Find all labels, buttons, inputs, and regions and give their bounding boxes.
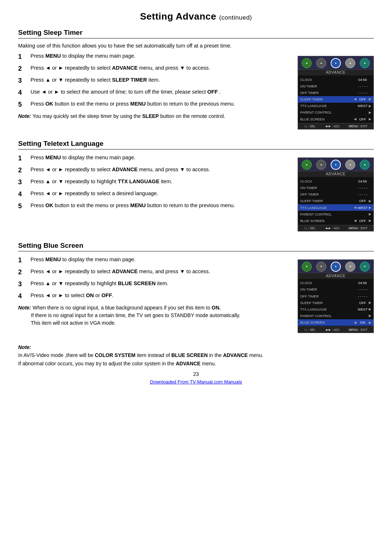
- row-label-0: CLOCK: [300, 178, 354, 184]
- tv-menu-footer: ↑↓ : SEL ◄► : ADJ MENU : EXIT: [298, 123, 373, 129]
- row-value-1: - - - - -: [357, 83, 368, 89]
- bottom-note: Note: In AV/S-Video mode ,there will be …: [18, 343, 374, 368]
- footer-item-1: ◄► : ADJ: [325, 328, 339, 332]
- menu-row-0: CLOCK ◀ 04:56 ▶: [298, 178, 373, 184]
- step-num-1-1: 2: [18, 165, 28, 175]
- row-label-2: OFF TIMER: [300, 90, 354, 95]
- row-value-2: - - - - -: [357, 192, 368, 197]
- footer-item-0: ↑↓ : SEL: [304, 124, 316, 128]
- step-text-0-2: Press ▲ or ▼ repeatedly to select SLEEP …: [30, 76, 290, 84]
- tv-menu-header: ADVANCE: [298, 273, 373, 279]
- step-0-1: 2 Press ◄ or ► repeatedly to select ADVA…: [18, 64, 290, 74]
- step-1-4: 5 Press OK button to exit the menu or pr…: [18, 202, 290, 211]
- row-value-4: WEST: [357, 103, 368, 108]
- step-2-2: 3 Press ▲ or ▼ repeatedly to highlight B…: [18, 280, 290, 289]
- row-value-6: OFF: [357, 116, 368, 122]
- step-num-2-1: 2: [18, 267, 28, 277]
- bottom-note-line1: In AV/S-Video mode ,there will be COLOR …: [18, 352, 263, 358]
- menu-row-3: SLEEP TIMER ◀ OFF ▶: [298, 96, 373, 103]
- bottom-note-label: Note:: [18, 344, 31, 350]
- row-value-3: OFF: [357, 198, 368, 204]
- row-label-6: BLUE SCREEN: [300, 218, 354, 223]
- row-label-6: BLUE SCREEN: [300, 320, 354, 325]
- menu-row-0: CLOCK ◀ 04:56 ▶: [298, 76, 373, 83]
- footer-item-1: ◄► : ADJ: [325, 226, 339, 230]
- row-value-1: - - - - -: [357, 287, 368, 292]
- tv-icon-0: •: [302, 262, 312, 272]
- row-label-0: CLOCK: [300, 77, 354, 82]
- tv-menu-rows: CLOCK ◀ 04:56 ▶ ON TIMER ◀ - - - - - ▶ O…: [298, 279, 373, 327]
- footer-item-2: MENU : EXIT: [348, 124, 367, 128]
- step-1-3: 4 Press ◄ or ► repeatedly to select a de…: [18, 190, 290, 199]
- steps-2: 1 Press MENU to display the menu main pa…: [18, 256, 290, 327]
- tv-icon-1: •: [316, 160, 326, 170]
- row-label-4: TTX LANGUAGE: [300, 205, 354, 210]
- section-blue-screen: Setting Blue Screen 1 Press MENU to disp…: [18, 242, 374, 333]
- tv-menu-icons: •••••: [298, 260, 373, 273]
- step-text-1-2: Press ▲ or ▼ repeatedly to highlight TTX…: [30, 178, 290, 186]
- tv-menu-header: ADVANCE: [298, 70, 373, 75]
- step-0-2: 3 Press ▲ or ▼ repeatedly to select SLEE…: [18, 76, 290, 86]
- row-value-0: 04:56: [357, 280, 368, 286]
- menu-row-5: PARENT CONTROL ◀ ▶: [298, 211, 373, 217]
- step-0-4: 5 Press OK button to exit the menu or pr…: [18, 100, 290, 110]
- tv-icon-3: •: [345, 160, 355, 170]
- step-num-1-3: 4: [18, 189, 28, 199]
- section-title-1: Setting Teletext Language: [18, 140, 374, 149]
- tv-icon-3: •: [345, 262, 355, 272]
- tv-icon-1: •: [316, 58, 326, 68]
- tv-menu-rows: CLOCK ◀ 04:56 ▶ ON TIMER ◀ - - - - - ▶ O…: [298, 75, 373, 123]
- step-text-2-1: Press ◄ or ► repeatedly to select ADVANC…: [30, 268, 290, 276]
- steps-img-2: 1 Press MENU to display the menu main pa…: [18, 256, 374, 333]
- step-text-1-4: Press OK button to exit the menu or pres…: [30, 202, 290, 210]
- note-2: Note: When there is no signal input, a b…: [18, 304, 290, 327]
- steps-img-1: 1 Press MENU to display the menu main pa…: [18, 154, 374, 231]
- tv-icon-4: •: [360, 262, 370, 272]
- page-title: Setting Advance (continued): [18, 11, 374, 22]
- footer-link-text[interactable]: Downloaded From TV-Manual.com Manuals: [150, 379, 242, 385]
- tv-icon-2: •: [331, 58, 341, 68]
- menu-row-2: OFF TIMER ◀ - - - - - ▶: [298, 89, 373, 96]
- step-num-0-4: 5: [18, 100, 28, 110]
- menu-row-5: PARENT CONTROL ◀ ▶: [298, 109, 373, 116]
- step-2-0: 1 Press MENU to display the menu main pa…: [18, 256, 290, 265]
- section-title-2: Setting Blue Screen: [18, 242, 374, 251]
- row-label-1: ON TIMER: [300, 83, 354, 89]
- steps-0: 1 Press MENU to display the menu main pa…: [18, 52, 290, 120]
- row-label-5: PARENT CONTROL: [300, 212, 354, 217]
- footer-link[interactable]: Downloaded From TV-Manual.com Manuals: [18, 379, 374, 385]
- tv-menu-icons: •••••: [298, 56, 373, 70]
- step-num-2-3: 4: [18, 291, 28, 301]
- tv-menu-rows: CLOCK ◀ 04:56 ▶ ON TIMER ◀ - - - - - ▶ O…: [298, 177, 373, 225]
- note-0: Note: You may quickly set the sleep time…: [18, 112, 290, 120]
- row-label-2: OFF TIMER: [300, 294, 354, 299]
- step-num-0-0: 1: [18, 52, 28, 62]
- row-value-3: OFF: [357, 300, 368, 305]
- steps-1: 1 Press MENU to display the menu main pa…: [18, 154, 290, 214]
- tv-menu-footer: ↑↓ : SEL ◄► : ADJ MENU : EXIT: [298, 327, 373, 333]
- tv-menu: ••••• ADVANCE CLOCK ◀ 04:56 ▶ ON TIMER ◀…: [298, 259, 374, 333]
- menu-row-5: PARENT CONTROL ◀ ▶: [298, 313, 373, 319]
- tv-menu-footer: ↑↓ : SEL ◄► : ADJ MENU : EXIT: [298, 225, 373, 231]
- step-num-1-4: 5: [18, 201, 28, 211]
- step-2-1: 2 Press ◄ or ► repeatedly to select ADVA…: [18, 268, 290, 277]
- row-label-3: SLEEP TIMER: [300, 300, 354, 305]
- menu-row-4: TTX LANGUAGE ◀ WEST ▶: [298, 204, 373, 211]
- step-1-2: 3 Press ▲ or ▼ repeatedly to highlight T…: [18, 178, 290, 187]
- menu-row-4: TTX LANGUAGE ◀ WEST ▶: [298, 306, 373, 312]
- menu-row-3: SLEEP TIMER ◀ OFF ▶: [298, 198, 373, 204]
- tv-icon-3: •: [345, 58, 355, 68]
- footer-item-2: MENU : EXIT: [348, 328, 367, 332]
- section-title-0: Setting Sleep Timer: [18, 29, 374, 38]
- step-num-2-0: 1: [18, 255, 28, 265]
- menu-row-6: BLUE SCREEN ◀ OFF ▶: [298, 116, 373, 122]
- step-2-3: 4 Press ◄ or ► to select ON or OFF.: [18, 292, 290, 301]
- bottom-note-line2: If abnormal color occurs, you may try to…: [18, 361, 216, 366]
- row-value-3: OFF: [357, 97, 368, 102]
- row-label-5: PARENT CONTROL: [300, 313, 354, 319]
- section-teletext-language: Setting Teletext Language 1 Press MENU t…: [18, 140, 374, 231]
- section-sleep-timer: Setting Sleep Timer Making use of this f…: [18, 29, 374, 130]
- footer-item-2: MENU : EXIT: [348, 226, 367, 230]
- step-text-1-0: Press MENU to display the menu main page…: [30, 154, 290, 162]
- step-num-1-0: 1: [18, 153, 28, 163]
